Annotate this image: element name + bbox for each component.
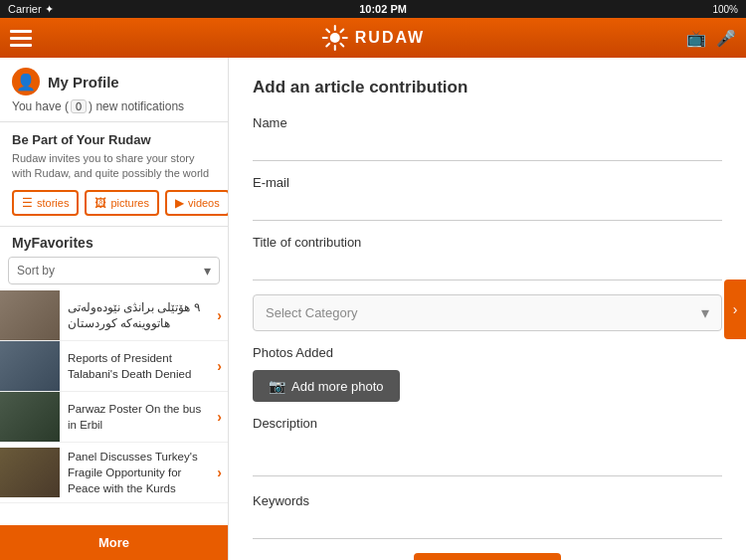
description-input[interactable] <box>253 436 722 476</box>
list-item-content-1: ٩ هۆتێلی برانڎی نێودەولەتی هاتووینەکە کو… <box>60 293 211 337</box>
category-field-group: Select Category ▾ <box>253 294 722 331</box>
email-field-group: E-mail <box>253 175 722 221</box>
svg-line-7 <box>340 30 343 33</box>
list-item[interactable]: ٩ هۆتێلی برانڎی نێودەولەتی هاتووینەکە کو… <box>0 290 228 341</box>
contribution-buttons: ☰ stories 🖼 pictures ▶ videos <box>12 190 216 216</box>
profile-avatar: 👤 <box>12 68 40 95</box>
category-dropdown[interactable]: Select Category ▾ <box>253 294 722 331</box>
time-display: 10:02 PM <box>359 3 407 15</box>
name-field-group: Name <box>253 115 722 161</box>
list-item[interactable]: Parwaz Poster On the bus in Erbil › <box>0 392 228 443</box>
add-photo-label: Add more photo <box>291 379 384 394</box>
list-item-thumb-1 <box>0 290 60 340</box>
description-label: Description <box>253 416 722 431</box>
videos-button[interactable]: ▶ videos <box>165 190 229 216</box>
email-label: E-mail <box>253 175 722 190</box>
stories-button[interactable]: ☰ stories <box>12 190 79 216</box>
stories-icon: ☰ <box>22 196 33 210</box>
list-item-arrow-2: › <box>211 358 228 374</box>
favorites-list: ٩ هۆتێلی برانڎی نێودەولەتی هاتووینەکە کو… <box>0 290 228 525</box>
list-item-arrow-1: › <box>211 307 228 323</box>
right-panel: Add an article contribution Name E-mail … <box>229 58 746 560</box>
notification-count: 0 <box>71 99 87 113</box>
sort-chevron-icon: ▾ <box>204 263 211 279</box>
status-bar: Carrier ✦ 10:02 PM 100% <box>0 0 746 18</box>
hamburger-line-2 <box>10 37 32 40</box>
header-logo: RUDAW <box>321 24 425 52</box>
title-field-group: Title of contribution <box>253 235 722 280</box>
stories-label: stories <box>37 197 69 209</box>
svg-point-0 <box>330 33 340 43</box>
carrier-text: Carrier ✦ <box>8 3 54 16</box>
list-item-arrow-3: › <box>211 409 228 425</box>
be-part-desc: Rudaw invites you to share your story wi… <box>12 151 216 182</box>
list-item-arrow-4: › <box>211 465 228 480</box>
more-button[interactable]: More <box>0 525 228 560</box>
notification-text: You have (0) new notifications <box>12 99 216 113</box>
photos-label: Photos Added <box>253 345 722 360</box>
mic-icon[interactable]: 🎤 <box>716 29 736 48</box>
pictures-icon: 🖼 <box>94 196 106 210</box>
name-input[interactable] <box>253 135 722 161</box>
sidebar: 👤 My Profile You have (0) new notificati… <box>0 58 229 560</box>
notification-suffix: ) new notifications <box>89 99 184 113</box>
menu-button[interactable] <box>10 23 40 53</box>
profile-header: 👤 My Profile <box>12 68 216 95</box>
videos-icon: ▶ <box>175 196 184 210</box>
favorites-section: MyFavorites Sort by ▾ ٩ هۆتێلی برانڎی نێ… <box>0 227 228 560</box>
title-label: Title of contribution <box>253 235 722 250</box>
right-tab-arrow-icon: › <box>733 301 738 317</box>
tv-icon[interactable]: 📺 <box>686 29 706 48</box>
rudaw-sun-icon <box>321 24 349 52</box>
list-item-text-1: ٩ هۆتێلی برانڎی نێودەولەتی هاتووینەکە کو… <box>68 301 200 329</box>
pictures-label: pictures <box>110 197 149 209</box>
list-item-content-2: Reports of President Talabani's Death De… <box>60 344 211 388</box>
sort-by-dropdown[interactable]: Sort by ▾ <box>8 257 220 284</box>
photos-group: Photos Added 📷 Add more photo <box>253 345 722 402</box>
list-item-thumb-2 <box>0 341 60 391</box>
category-chevron-icon: ▾ <box>701 303 709 322</box>
add-photo-button[interactable]: 📷 Add more photo <box>253 370 400 402</box>
header-icons: 📺 🎤 <box>686 29 736 48</box>
right-pull-tab[interactable]: › <box>724 280 746 339</box>
list-item-content-4: Panel Discusses Turkey's Fragile Opportu… <box>60 443 211 502</box>
logo-text: RUDAW <box>355 29 425 47</box>
name-label: Name <box>253 115 722 130</box>
profile-section: 👤 My Profile You have (0) new notificati… <box>0 58 228 122</box>
list-item-text-2: Reports of President Talabani's Death De… <box>68 352 191 380</box>
list-item-text-4: Panel Discusses Turkey's Fragile Opportu… <box>68 451 198 494</box>
main-layout: 👤 My Profile You have (0) new notificati… <box>0 58 746 560</box>
email-input[interactable] <box>253 195 722 221</box>
app-header: RUDAW 📺 🎤 <box>0 18 746 58</box>
list-item-text-3: Parwaz Poster On the bus in Erbil <box>68 403 201 431</box>
keywords-input[interactable] <box>253 513 722 539</box>
hamburger-line-3 <box>10 44 32 47</box>
svg-line-5 <box>326 30 329 33</box>
keywords-label: Keywords <box>253 493 722 508</box>
hamburger-line-1 <box>10 30 32 33</box>
svg-line-8 <box>326 44 329 47</box>
be-part-title: Be Part of Your Rudaw <box>12 132 216 147</box>
description-field-group: Description <box>253 416 722 479</box>
favorites-header: MyFavorites <box>0 227 228 257</box>
submit-button[interactable]: Submit <box>414 553 560 560</box>
list-item[interactable]: Reports of President Talabani's Death De… <box>0 341 228 392</box>
list-item-thumb-3 <box>0 392 60 442</box>
svg-line-6 <box>340 44 343 47</box>
profile-title: My Profile <box>48 74 119 91</box>
pictures-button[interactable]: 🖼 pictures <box>85 190 159 216</box>
battery-text: 100% <box>712 4 738 15</box>
notification-prefix: You have ( <box>12 99 69 113</box>
list-item[interactable]: Panel Discusses Turkey's Fragile Opportu… <box>0 443 228 503</box>
keywords-field-group: Keywords <box>253 493 722 539</box>
be-part-section: Be Part of Your Rudaw Rudaw invites you … <box>0 122 228 227</box>
videos-label: videos <box>188 197 220 209</box>
form-title: Add an article contribution <box>253 78 722 97</box>
list-item-content-3: Parwaz Poster On the bus in Erbil <box>60 395 211 439</box>
category-placeholder: Select Category <box>266 305 358 320</box>
sort-by-label: Sort by <box>17 264 55 278</box>
title-input[interactable] <box>253 255 722 280</box>
list-item-thumb-4 <box>0 448 60 497</box>
camera-icon: 📷 <box>269 378 285 394</box>
